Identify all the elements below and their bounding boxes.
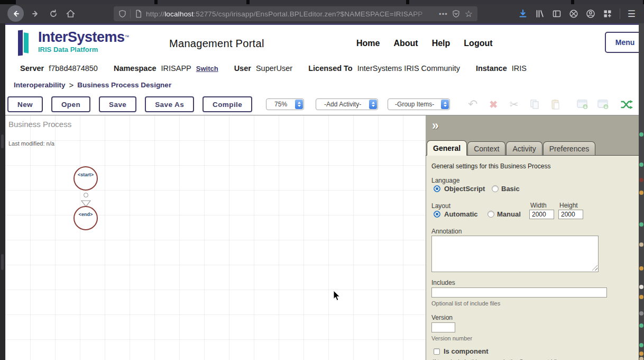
browser-tab-top (574, 0, 643, 4)
select-stepper-icon (441, 100, 449, 109)
home-button[interactable] (66, 9, 76, 19)
automatic-radio[interactable] (434, 211, 440, 218)
basic-label[interactable]: Basic (501, 185, 520, 193)
back-arrow-icon (14, 11, 19, 16)
page-title: Management Portal (169, 38, 264, 50)
user-label: User (234, 64, 251, 73)
general-intro: General settings for this Business Proce… (431, 163, 550, 170)
zoom-select[interactable]: 75% (266, 98, 304, 110)
save-button[interactable]: Save (99, 96, 136, 112)
reload-button[interactable] (49, 9, 58, 19)
downloads-icon[interactable] (518, 9, 528, 19)
undo-icon[interactable]: ↶ (466, 98, 480, 111)
open-button[interactable]: Open (51, 96, 90, 112)
page-info-icon[interactable] (135, 10, 142, 18)
tracking-shield-icon[interactable] (118, 10, 126, 18)
objectscript-radio[interactable] (434, 185, 440, 192)
nav-about[interactable]: About (393, 39, 418, 48)
copy-icon[interactable] (528, 98, 541, 111)
server-info-row: Serverf7b8d4874850 NamespaceIRISAPPSwitc… (20, 64, 527, 73)
url-bar[interactable]: http://localhost:52775/csp/irisapp/EnsPo… (114, 6, 477, 21)
annotation-textarea[interactable] (431, 236, 599, 272)
breadcrumb: Interoperability > Business Process Desi… (14, 80, 171, 89)
select-stepper-icon (295, 100, 303, 109)
main-area: Business Process Last modified: n/a <sta… (5, 115, 639, 360)
delete-icon[interactable]: ✖ (486, 98, 500, 111)
nav-logout[interactable]: Logout (464, 39, 492, 48)
namespace-label: Namespace (114, 64, 157, 73)
compile-button[interactable]: Compile (203, 96, 252, 112)
layout-label: Layout (431, 202, 450, 210)
save-as-button[interactable]: Save As (145, 96, 194, 112)
add-page-icon-2[interactable] (596, 98, 610, 111)
width-input[interactable] (529, 210, 554, 219)
includes-input[interactable] (431, 287, 607, 298)
bpl-canvas[interactable]: Business Process Last modified: n/a <sta… (5, 115, 426, 360)
manual-label[interactable]: Manual (497, 210, 521, 218)
back-button[interactable] (7, 5, 24, 22)
shuffle-icon[interactable] (620, 98, 633, 111)
url-text[interactable]: http://localhost:52775/csp/irisapp/EnsPo… (146, 10, 435, 18)
forward-arrow-icon (33, 12, 37, 16)
end-node-label: <end> (79, 212, 93, 217)
sidebar-icon[interactable] (552, 9, 562, 19)
account-icon[interactable] (586, 9, 595, 19)
paste-icon[interactable] (548, 98, 562, 111)
tab-activity[interactable]: Activity (506, 141, 542, 155)
collapse-panel-icon[interactable]: » (432, 120, 439, 132)
height-input[interactable] (558, 210, 583, 219)
browser-tab-top (250, 0, 406, 4)
is-component-label[interactable]: Is component (444, 347, 489, 355)
version-input[interactable] (431, 322, 455, 332)
edge-detail (1, 254, 4, 270)
start-node[interactable]: <start> (73, 166, 98, 191)
basic-radio[interactable] (492, 185, 499, 192)
is-component-checkbox[interactable] (434, 348, 440, 355)
brand-subtitle: IRIS Data Platform (38, 46, 130, 53)
nav-home[interactable]: Home (356, 39, 380, 48)
new-button[interactable]: New (7, 96, 43, 112)
forward-button[interactable] (31, 9, 40, 19)
user-value: SuperUser (256, 64, 292, 73)
switch-namespace-link[interactable]: Switch (196, 65, 218, 73)
last-modified: Last modified: n/a (8, 140, 54, 147)
library-icon[interactable] (535, 9, 545, 19)
menu-hamburger-icon[interactable]: ☰ (628, 10, 636, 19)
menu-button[interactable]: Menu (605, 32, 639, 53)
group-items-select[interactable]: -Group Items- (388, 98, 450, 110)
add-activity-select[interactable]: -Add Activity- (316, 98, 378, 110)
browser-tabstrip (0, 0, 644, 4)
end-node[interactable]: <end> (73, 206, 98, 230)
nav-help[interactable]: Help (432, 39, 450, 48)
portal-page: InterSystems™ IRIS Data Platform Managem… (5, 23, 639, 360)
manual-radio[interactable] (487, 211, 494, 218)
connector-dot[interactable] (84, 193, 88, 197)
bookmark-star-icon[interactable]: ☆ (465, 8, 473, 20)
extension-globe-icon[interactable] (569, 9, 578, 19)
pocket-save-icon[interactable] (452, 10, 460, 18)
ribbon-toolbar: New Open Save Save As Compile 75% -Add A… (5, 94, 639, 115)
cut-icon[interactable]: ✂ (507, 98, 521, 111)
height-label: Height (559, 202, 578, 209)
instance-label: Instance (476, 64, 507, 73)
page-actions-icon[interactable]: ••• (439, 10, 448, 18)
objectscript-label[interactable]: ObjectScript (444, 185, 485, 193)
annotation-label: Annotation (431, 228, 462, 235)
header-nav: Home About Help Logout (356, 39, 493, 48)
home-icon (67, 11, 75, 17)
version-hint: Version number (431, 335, 472, 341)
tab-preferences[interactable]: Preferences (543, 141, 595, 155)
tab-context[interactable]: Context (467, 141, 505, 155)
licensed-label: Licensed To (308, 64, 353, 73)
apps-grid-icon[interactable] (603, 9, 612, 19)
automatic-label[interactable]: Automatic (444, 210, 478, 218)
breadcrumb-interoperability[interactable]: Interoperability (14, 81, 66, 89)
server-label: Server (20, 64, 44, 73)
add-page-icon[interactable] (576, 98, 590, 111)
add-activity-value: -Add Activity- (316, 101, 369, 108)
panel-header: » (426, 115, 639, 140)
tab-general[interactable]: General (427, 140, 467, 156)
brand-name: InterSystems (38, 29, 125, 45)
browser-tab-top (409, 0, 571, 4)
server-value: f7b8d4874850 (49, 64, 98, 73)
